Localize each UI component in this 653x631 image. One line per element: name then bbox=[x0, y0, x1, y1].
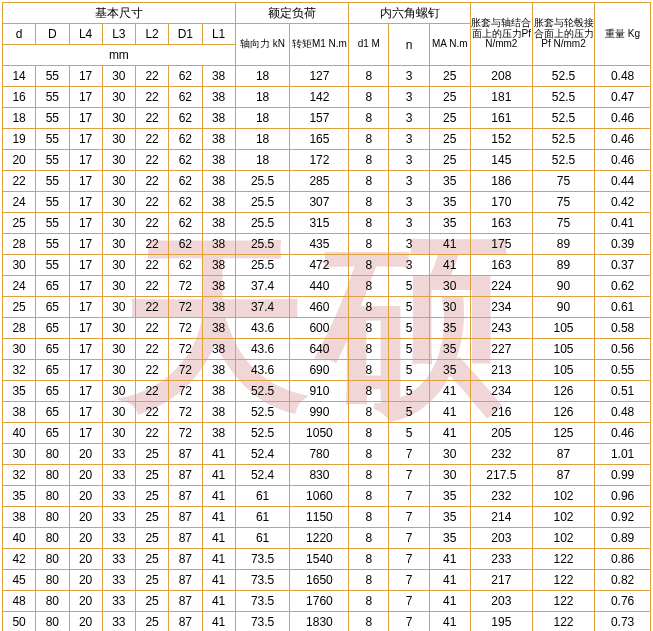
cell-p1: 195 bbox=[470, 612, 532, 632]
cell-L3: 33 bbox=[102, 465, 135, 486]
cell-p1: 203 bbox=[470, 591, 532, 612]
cell-L1: 38 bbox=[202, 255, 235, 276]
cell-D1: 62 bbox=[169, 150, 202, 171]
cell-L3: 30 bbox=[102, 297, 135, 318]
cell-L2: 22 bbox=[136, 297, 169, 318]
cell-d1: 8 bbox=[349, 360, 389, 381]
cell-tq: 307 bbox=[290, 192, 349, 213]
cell-D: 65 bbox=[36, 402, 69, 423]
cell-d1: 8 bbox=[349, 612, 389, 632]
cell-kg: 0.42 bbox=[595, 192, 651, 213]
cell-ax: 43.6 bbox=[235, 339, 290, 360]
cell-ma: 35 bbox=[429, 486, 470, 507]
cell-D1: 62 bbox=[169, 129, 202, 150]
cell-L2: 22 bbox=[136, 150, 169, 171]
cell-d: 16 bbox=[3, 87, 36, 108]
cell-L1: 38 bbox=[202, 297, 235, 318]
cell-L4: 20 bbox=[69, 465, 102, 486]
cell-p2: 52.5 bbox=[532, 87, 594, 108]
cell-d1: 8 bbox=[349, 150, 389, 171]
cell-L4: 17 bbox=[69, 171, 102, 192]
cell-D: 55 bbox=[36, 234, 69, 255]
cell-p2: 87 bbox=[532, 465, 594, 486]
cell-L3: 30 bbox=[102, 360, 135, 381]
cell-n: 7 bbox=[389, 444, 430, 465]
cell-D1: 62 bbox=[169, 234, 202, 255]
cell-tq: 172 bbox=[290, 150, 349, 171]
cell-D: 55 bbox=[36, 213, 69, 234]
cell-kg: 0.44 bbox=[595, 171, 651, 192]
cell-n: 7 bbox=[389, 465, 430, 486]
cell-p2: 90 bbox=[532, 297, 594, 318]
cell-ma: 35 bbox=[429, 213, 470, 234]
hdr-axial: 轴向力 kN bbox=[235, 24, 290, 66]
cell-D1: 62 bbox=[169, 213, 202, 234]
cell-ax: 18 bbox=[235, 66, 290, 87]
cell-d1: 8 bbox=[349, 66, 389, 87]
table-row: 5080203325874173.5183087411951220.73 bbox=[3, 612, 651, 632]
cell-ma: 25 bbox=[429, 108, 470, 129]
cell-n: 5 bbox=[389, 339, 430, 360]
cell-L3: 30 bbox=[102, 234, 135, 255]
cell-p2: 75 bbox=[532, 171, 594, 192]
cell-L1: 41 bbox=[202, 570, 235, 591]
cell-ax: 43.6 bbox=[235, 360, 290, 381]
cell-p1: 208 bbox=[470, 66, 532, 87]
cell-ax: 52.5 bbox=[235, 381, 290, 402]
cell-L2: 22 bbox=[136, 276, 169, 297]
cell-L3: 30 bbox=[102, 150, 135, 171]
cell-D: 65 bbox=[36, 339, 69, 360]
cell-d: 38 bbox=[3, 402, 36, 423]
cell-L3: 30 bbox=[102, 402, 135, 423]
cell-L2: 22 bbox=[136, 213, 169, 234]
cell-D: 65 bbox=[36, 381, 69, 402]
cell-n: 7 bbox=[389, 486, 430, 507]
cell-L3: 30 bbox=[102, 423, 135, 444]
cell-kg: 0.61 bbox=[595, 297, 651, 318]
cell-tq: 142 bbox=[290, 87, 349, 108]
cell-d1: 8 bbox=[349, 87, 389, 108]
cell-D: 55 bbox=[36, 129, 69, 150]
table-row: 4580203325874173.5165087412171220.82 bbox=[3, 570, 651, 591]
hdr-rated: 额定负荷 bbox=[235, 3, 349, 24]
cell-D1: 62 bbox=[169, 171, 202, 192]
cell-L2: 25 bbox=[136, 444, 169, 465]
cell-ax: 73.5 bbox=[235, 570, 290, 591]
cell-n: 5 bbox=[389, 423, 430, 444]
cell-n: 7 bbox=[389, 570, 430, 591]
cell-L4: 20 bbox=[69, 570, 102, 591]
cell-tq: 165 bbox=[290, 129, 349, 150]
cell-ma: 30 bbox=[429, 465, 470, 486]
cell-L2: 22 bbox=[136, 360, 169, 381]
cell-d: 30 bbox=[3, 255, 36, 276]
cell-D1: 62 bbox=[169, 66, 202, 87]
cell-ax: 25.5 bbox=[235, 255, 290, 276]
cell-D: 65 bbox=[36, 360, 69, 381]
cell-L2: 25 bbox=[136, 591, 169, 612]
cell-tq: 127 bbox=[290, 66, 349, 87]
cell-L3: 30 bbox=[102, 87, 135, 108]
cell-kg: 0.86 bbox=[595, 549, 651, 570]
cell-L2: 22 bbox=[136, 339, 169, 360]
cell-ma: 35 bbox=[429, 339, 470, 360]
cell-D: 55 bbox=[36, 108, 69, 129]
cell-p2: 105 bbox=[532, 360, 594, 381]
cell-L1: 38 bbox=[202, 108, 235, 129]
cell-L3: 30 bbox=[102, 129, 135, 150]
hdr-d: d bbox=[3, 24, 36, 45]
cell-ma: 25 bbox=[429, 87, 470, 108]
cell-n: 3 bbox=[389, 171, 430, 192]
spec-table: 基本尺寸 额定负荷 内六角螺钉 胀套与轴结合面上的压力Pf N/mm2 胀套与轮… bbox=[2, 2, 651, 631]
cell-D: 55 bbox=[36, 171, 69, 192]
cell-ma: 41 bbox=[429, 570, 470, 591]
cell-p2: 122 bbox=[532, 549, 594, 570]
cell-L1: 41 bbox=[202, 486, 235, 507]
cell-d: 20 bbox=[3, 150, 36, 171]
cell-d1: 8 bbox=[349, 108, 389, 129]
table-row: 2455173022623825.53078335170750.42 bbox=[3, 192, 651, 213]
cell-n: 5 bbox=[389, 276, 430, 297]
cell-kg: 0.48 bbox=[595, 402, 651, 423]
cell-L3: 33 bbox=[102, 444, 135, 465]
table-row: 3265173022723843.669085352131050.55 bbox=[3, 360, 651, 381]
cell-L4: 17 bbox=[69, 108, 102, 129]
